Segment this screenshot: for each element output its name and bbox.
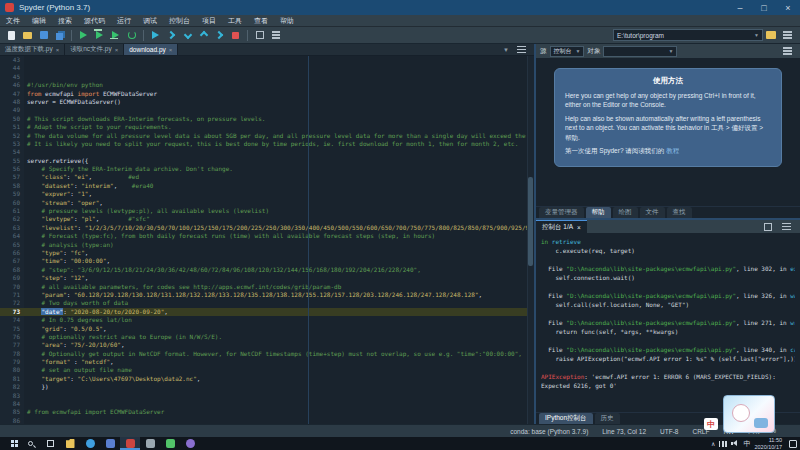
code-line[interactable]: 44: [0, 64, 534, 72]
taskbar-clock[interactable]: 11:50 2020/10/17: [754, 437, 782, 450]
code-line[interactable]: 86: [0, 417, 534, 424]
code-line[interactable]: 53# It is likely you need to split your …: [0, 140, 534, 148]
code-line[interactable]: 65 # analysis (type:an): [0, 241, 534, 249]
new-file-button[interactable]: [4, 28, 19, 42]
save-all-button[interactable]: [52, 28, 67, 42]
browse-tabs-icon[interactable]: ▼: [503, 47, 509, 53]
pane-tab[interactable]: 绘图: [613, 207, 638, 218]
code-line[interactable]: 64 # Forecast (type:fc), from both daily…: [0, 232, 534, 240]
code-line[interactable]: 66 "type": "fc",: [0, 249, 534, 257]
code-line[interactable]: 59 "expver": "1",: [0, 190, 534, 198]
toolbar-overflow-icon[interactable]: [783, 34, 792, 36]
tab-close-icon[interactable]: ×: [56, 47, 60, 53]
code-line[interactable]: 49: [0, 106, 534, 114]
code-line[interactable]: 47from ecmwfapi import ECMWFDataServer: [0, 90, 534, 98]
code-line[interactable]: 50# This script downloads ERA-Interim fo…: [0, 115, 534, 123]
debug-step-button[interactable]: [164, 28, 179, 42]
pane-tab[interactable]: 查找: [667, 207, 692, 218]
code-line[interactable]: 77 "area": "75/-20/10/60",: [0, 341, 534, 349]
editor-tab[interactable]: 温度数据下载.py×: [0, 44, 65, 55]
taskbar-browser[interactable]: [80, 437, 100, 450]
debug-file-button[interactable]: [148, 28, 163, 42]
browse-directory-button[interactable]: [766, 31, 776, 39]
menu-item-2[interactable]: 编辑: [26, 15, 52, 26]
layout-options-button[interactable]: [268, 28, 283, 42]
code-line[interactable]: 45: [0, 73, 534, 81]
code-line[interactable]: 43: [0, 56, 534, 64]
code-line[interactable]: 81 "target": "C:\Users\47697\Desktop\dat…: [0, 375, 534, 383]
code-line[interactable]: 84: [0, 400, 534, 408]
close-button[interactable]: ×: [776, 0, 800, 15]
help-object-combo[interactable]: ▼: [603, 46, 677, 57]
code-line[interactable]: 60 "stream": "oper",: [0, 199, 534, 207]
code-line[interactable]: 68 # "step": "3/6/9/12/15/18/21/24/30/36…: [0, 266, 534, 274]
code-line[interactable]: 55server.retrieve({: [0, 157, 534, 165]
code-line[interactable]: 82 }): [0, 383, 534, 391]
console-output[interactable]: in retrieve c.execute(req, target) File …: [536, 233, 800, 412]
editor-scrollbar-thumb[interactable]: [528, 177, 533, 265]
search-button[interactable]: [20, 437, 40, 450]
code-line[interactable]: 79 "format" : "netcdf",: [0, 358, 534, 366]
code-line[interactable]: 72 # Two days worth of data: [0, 299, 534, 307]
save-file-button[interactable]: [36, 28, 51, 42]
tabbar-options-icon[interactable]: [517, 49, 526, 51]
run-cell-advance-button[interactable]: [108, 28, 123, 42]
menu-item-7[interactable]: 控制台: [163, 15, 196, 26]
code-line[interactable]: 71 "param": "60.128/129.128/130.128/131.…: [0, 291, 534, 299]
debug-stop-button[interactable]: [228, 28, 243, 42]
editor-scrollbar[interactable]: [527, 56, 534, 424]
menu-item-8[interactable]: 项目: [196, 15, 222, 26]
tutorial-link[interactable]: 教程: [666, 147, 679, 154]
help-options-icon[interactable]: [783, 50, 792, 52]
debug-continue-button[interactable]: [212, 28, 227, 42]
menu-item-1[interactable]: 文件: [0, 15, 26, 26]
run-cell-button[interactable]: [92, 28, 107, 42]
code-line[interactable]: 63 "levelist": "1/2/3/5/7/10/20/30/50/70…: [0, 224, 534, 232]
notification-center-icon[interactable]: [789, 440, 797, 448]
menu-item-3[interactable]: 搜索: [52, 15, 78, 26]
taskbar-app-5[interactable]: [140, 437, 160, 450]
editor-tab[interactable]: 读取nc文件.py×: [65, 44, 124, 55]
pane-tab[interactable]: 帮助: [586, 207, 611, 218]
taskbar-file-explorer[interactable]: [60, 437, 80, 450]
code-line[interactable]: 78 # Optionally get output in NetCDF for…: [0, 350, 534, 358]
menu-item-9[interactable]: 工具: [222, 15, 248, 26]
tab-close-icon[interactable]: ×: [115, 47, 119, 53]
editor-tab[interactable]: download.py×: [124, 44, 178, 55]
start-button[interactable]: [0, 437, 20, 450]
code-line[interactable]: 76 # optionally restrict area to Europe …: [0, 333, 534, 341]
taskbar-spyder[interactable]: [120, 437, 140, 450]
ime-indicator[interactable]: 中: [743, 439, 750, 449]
code-line[interactable]: 52# The data volume for all pressure lev…: [0, 132, 534, 140]
code-line[interactable]: 74 # In 0.75 degrees lat/lon: [0, 316, 534, 324]
rerun-cell-button[interactable]: [124, 28, 139, 42]
code-line[interactable]: 73 "date": "2020-08-20/to/2020-09-20",: [0, 308, 534, 316]
menu-item-6[interactable]: 调试: [137, 15, 163, 26]
code-line[interactable]: 85# from ecmwfapi import ECMWFDataServer: [0, 408, 534, 416]
code-line[interactable]: 46#!/usr/bin/env python: [0, 81, 534, 89]
menu-item-4[interactable]: 源代码: [78, 15, 111, 26]
debug-step-out-button[interactable]: [196, 28, 211, 42]
console-interrupt-icon[interactable]: [764, 223, 772, 231]
tray-expand-icon[interactable]: ∧: [711, 440, 715, 447]
minimize-button[interactable]: –: [728, 0, 752, 15]
pane-tab[interactable]: 文件: [640, 207, 665, 218]
menu-item-10[interactable]: 查看: [248, 15, 274, 26]
code-line[interactable]: 51# Adapt the script to your requirement…: [0, 123, 534, 131]
menu-item-11[interactable]: 帮助: [274, 15, 300, 26]
run-file-button[interactable]: [76, 28, 91, 42]
code-line[interactable]: 58 "dataset": "interim", #era40: [0, 182, 534, 190]
code-line[interactable]: 80 # set an output file name: [0, 366, 534, 374]
console-tab[interactable]: 控制台 1/A ×: [536, 220, 587, 233]
working-directory-combo[interactable]: E:\tutor\program ▼: [613, 29, 763, 41]
taskbar-app-3[interactable]: [100, 437, 120, 450]
maximize-button[interactable]: □: [752, 0, 776, 15]
code-line[interactable]: 61 # pressure levels (levtype:pl), all a…: [0, 207, 534, 215]
code-line[interactable]: 56 # Specify the ERA-Interim data archiv…: [0, 165, 534, 173]
debug-step-into-button[interactable]: [180, 28, 195, 42]
code-line[interactable]: 62 "levtype": "pl", #"sfc": [0, 215, 534, 223]
code-editor[interactable]: 43 44 45 46#!/usr/bin/env python47from e…: [0, 56, 534, 424]
pane-tab[interactable]: 历史: [595, 413, 620, 424]
code-line[interactable]: 83: [0, 392, 534, 400]
code-line[interactable]: 75 "grid": "0.5/0.5",: [0, 325, 534, 333]
